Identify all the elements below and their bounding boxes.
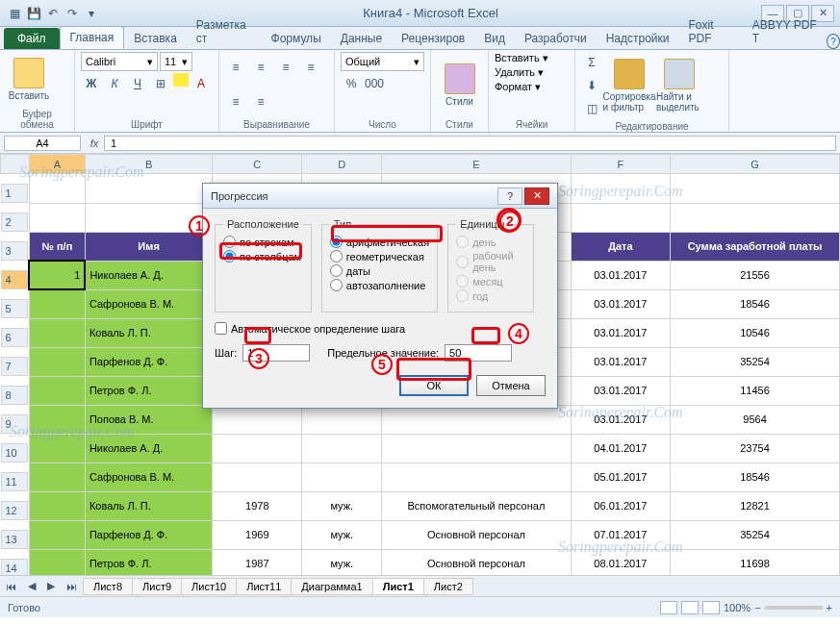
cell[interactable]: 1987 [213, 549, 302, 575]
zoom-slider[interactable] [765, 606, 823, 610]
tab-insert[interactable]: Вставка [124, 28, 187, 49]
cell[interactable]: 03.01.2017 [571, 376, 670, 405]
sheet-tab[interactable]: Лист10 [181, 578, 237, 595]
cell[interactable]: 04.01.2017 [571, 434, 670, 462]
font-size-select[interactable]: 11▾ [160, 52, 192, 71]
row-header[interactable]: 11 [1, 472, 28, 491]
cell[interactable] [29, 462, 85, 491]
border-button[interactable]: ⊞ [150, 73, 171, 94]
sheet-tab[interactable]: Лист11 [236, 578, 292, 595]
cells-format-button[interactable]: Формат ▾ [495, 81, 541, 93]
fill-color-button[interactable] [173, 73, 189, 87]
row-header[interactable]: 3 [1, 241, 28, 261]
cell[interactable]: 35254 [671, 347, 840, 376]
cell[interactable] [29, 289, 85, 318]
cell[interactable]: 03.01.2017 [571, 261, 670, 289]
cell[interactable]: Коваль Л. П. [85, 491, 212, 520]
row-header[interactable]: 5 [1, 299, 28, 318]
cell[interactable]: 18546 [671, 289, 840, 318]
col-header-c[interactable]: C [213, 155, 302, 174]
zoom-out-icon[interactable]: − [754, 602, 760, 613]
sheet-tab[interactable]: Лист9 [132, 578, 182, 595]
cell[interactable]: муж. [302, 549, 382, 575]
tab-abbyy[interactable]: ABBYY PDF T [743, 14, 827, 49]
row-header[interactable]: 1 [1, 184, 28, 203]
cell[interactable]: 03.01.2017 [571, 289, 670, 318]
sheet-nav-prev-icon[interactable]: ◀ [22, 580, 41, 592]
cell[interactable]: 03.01.2017 [571, 405, 670, 434]
align-center-icon[interactable]: ≡ [225, 91, 246, 112]
step-input[interactable] [242, 344, 310, 362]
view-normal-icon[interactable] [660, 601, 677, 614]
cell[interactable] [382, 462, 572, 491]
tab-home[interactable]: Главная [60, 26, 125, 49]
radio-autofill[interactable]: автозаполнение [330, 279, 429, 291]
name-box[interactable]: A4 [4, 136, 81, 151]
limit-input[interactable] [445, 344, 512, 362]
row-header[interactable]: 10 [1, 443, 28, 462]
cell[interactable]: 08.01.2017 [571, 549, 670, 575]
radio-dates[interactable]: даты [330, 264, 429, 277]
cell[interactable] [29, 318, 85, 347]
help-icon[interactable]: ? [827, 34, 840, 49]
cell[interactable]: Сафронова В. М. [85, 462, 212, 491]
cell[interactable]: 11456 [671, 376, 840, 405]
cell[interactable]: Петров Ф. Л. [85, 376, 212, 405]
cell[interactable]: 18546 [671, 462, 840, 491]
cell[interactable] [302, 405, 382, 434]
radio-arithmetic[interactable]: арифметическая [330, 236, 429, 248]
redo-icon[interactable]: ↷ [64, 5, 81, 22]
dialog-close-button[interactable]: ✕ [524, 188, 549, 205]
tab-developer[interactable]: Разработчи [515, 28, 597, 49]
tab-addins[interactable]: Надстройки [597, 28, 679, 49]
cell[interactable]: Парфенов Д. Ф. [85, 347, 212, 376]
row-header[interactable]: 2 [1, 212, 28, 232]
row-header[interactable]: 12 [1, 501, 28, 520]
font-name-select[interactable]: Calibri▾ [81, 52, 158, 71]
tab-view[interactable]: Вид [474, 28, 515, 49]
cell[interactable]: 12821 [671, 491, 840, 520]
cell[interactable]: Николаев А. Д. [85, 261, 212, 289]
radio-by-rows[interactable]: по строкам [223, 236, 303, 248]
cells-insert-button[interactable]: Вставить ▾ [495, 52, 548, 64]
tab-layout[interactable]: Разметка ст [187, 14, 262, 49]
col-header-f[interactable]: F [571, 155, 670, 174]
cell[interactable] [29, 491, 85, 520]
radio-geometric[interactable]: геометрическая [330, 250, 429, 262]
row-header[interactable]: 8 [1, 386, 28, 405]
cell[interactable]: Николаев А. Д. [85, 434, 212, 462]
cell[interactable] [302, 434, 382, 462]
sheet-nav-first-icon[interactable]: ⏮ [0, 581, 22, 592]
sheet-tab[interactable]: Лист8 [83, 578, 133, 595]
cell[interactable] [29, 520, 85, 549]
cell[interactable]: 06.01.2017 [571, 491, 670, 520]
cell[interactable]: 03.01.2017 [571, 347, 670, 376]
undo-icon[interactable]: ↶ [44, 5, 62, 22]
ok-button[interactable]: ОК [399, 375, 469, 396]
auto-step-checkbox[interactable]: Автоматическое определение шага [215, 322, 546, 335]
dialog-titlebar[interactable]: Прогрессия ? ✕ [203, 184, 557, 209]
cell[interactable] [29, 376, 85, 405]
formula-input[interactable]: 1 [104, 136, 836, 151]
view-layout-icon[interactable] [681, 601, 699, 614]
row-header[interactable]: 14 [1, 559, 28, 575]
cell[interactable] [213, 462, 302, 491]
cell[interactable]: 21556 [671, 261, 840, 289]
sheet-nav-next-icon[interactable]: ▶ [41, 580, 61, 592]
fx-icon[interactable]: fx [85, 138, 104, 149]
fill-icon[interactable]: ⬇ [581, 75, 602, 96]
paste-button[interactable]: Вставить [6, 58, 52, 101]
row-header[interactable]: 7 [1, 357, 28, 376]
cell[interactable]: 1969 [213, 520, 302, 549]
cell[interactable]: 11698 [671, 549, 840, 575]
col-header-e[interactable]: E [382, 155, 572, 174]
col-header-b[interactable]: B [85, 155, 212, 174]
cells-delete-button[interactable]: Удалить ▾ [495, 66, 544, 79]
tab-formulas[interactable]: Формулы [262, 28, 331, 49]
find-select-button[interactable]: Найти и выделить [656, 59, 702, 112]
cell[interactable]: Парфенов Д. Ф. [85, 520, 212, 549]
col-header-d[interactable]: D [302, 155, 382, 174]
align-bot-icon[interactable]: ≡ [275, 57, 296, 78]
align-mid-icon[interactable]: ≡ [250, 57, 271, 78]
col-header-g[interactable]: G [671, 155, 840, 174]
